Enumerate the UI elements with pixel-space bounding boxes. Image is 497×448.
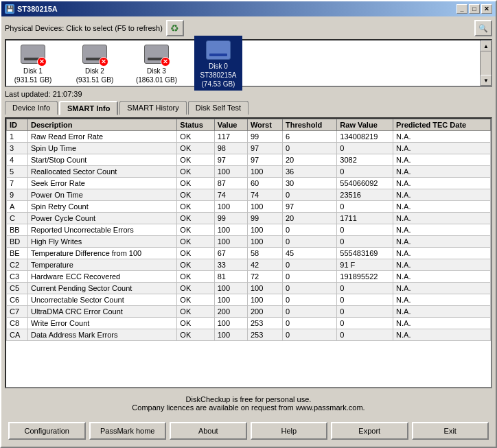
cell-14-5: 0 — [282, 294, 336, 306]
configuration-button[interactable]: Configuration — [8, 422, 86, 440]
disk-item-3[interactable]: ✕ Disk 3(1863.01 GB) — [132, 40, 181, 86]
cell-14-7: N.A. — [393, 294, 491, 306]
cell-6-7: N.A. — [393, 201, 491, 213]
maximize-button[interactable]: □ — [469, 4, 480, 14]
table-row: 1Raw Read Error RateOK117996134008219N.A… — [7, 131, 491, 143]
cell-4-2: OK — [177, 178, 214, 189]
title-bar: 💾 ST380215A _ □ ✕ — [1, 1, 496, 16]
table-scroll[interactable]: ID Description Status Value Worst Thresh… — [6, 119, 491, 387]
table-row: BDHigh Fly WritesOK10010000N.A. — [7, 236, 491, 248]
disk-item-2[interactable]: ✕ Disk 2(931.51 GB) — [71, 40, 119, 86]
tab-smart-history[interactable]: SMART History — [119, 101, 186, 115]
cell-16-2: OK — [177, 318, 214, 329]
refresh-button[interactable]: ♻ — [166, 20, 184, 36]
disk-item-1[interactable]: ✕ Disk 1(931.51 GB) — [9, 40, 57, 86]
bottom-buttons: Configuration PassMark home About Help E… — [5, 418, 492, 443]
col-header-threshold: Threshold — [282, 119, 336, 131]
cell-5-5: 0 — [282, 189, 336, 201]
last-updated: Last updated: 21:07:39 — [5, 90, 492, 98]
scroll-down-button[interactable]: ▼ — [481, 75, 492, 86]
cell-11-0: C2 — [7, 259, 28, 271]
minimize-button[interactable]: _ — [456, 4, 467, 14]
cell-3-5: 36 — [282, 166, 336, 178]
tab-device-info[interactable]: Device Info — [5, 101, 58, 115]
cell-1-4: 97 — [247, 143, 282, 154]
cell-17-5: 0 — [282, 329, 336, 341]
cell-15-2: OK — [177, 306, 214, 318]
physical-devices-bar: Physical Devices: Click to select (F5 to… — [5, 20, 492, 36]
cell-12-7: N.A. — [393, 271, 491, 283]
cell-2-5: 20 — [282, 154, 336, 166]
cell-7-4: 99 — [247, 213, 282, 224]
cell-8-4: 100 — [247, 224, 282, 236]
cell-0-3: 117 — [214, 131, 247, 143]
tab-content: ID Description Status Value Worst Thresh… — [5, 117, 492, 388]
cell-4-3: 87 — [214, 178, 247, 189]
cell-16-3: 100 — [214, 318, 247, 329]
search-button[interactable]: 🔍 — [474, 20, 492, 36]
cell-2-6: 3082 — [337, 154, 393, 166]
window-title: ST380215A — [17, 5, 58, 13]
cell-2-7: N.A. — [393, 154, 491, 166]
cell-3-3: 100 — [214, 166, 247, 178]
export-button[interactable]: Export — [331, 422, 408, 440]
passmark-home-button[interactable]: PassMark home — [89, 422, 167, 440]
table-row: 4Start/Stop CountOK9797203082N.A. — [7, 154, 491, 166]
cell-2-2: OK — [177, 154, 214, 166]
col-header-status: Status — [177, 119, 214, 131]
disk-panel-scrollbar[interactable]: ▲ ▼ — [480, 40, 491, 86]
footer-line1: DiskCheckup is free for personal use. — [9, 395, 488, 403]
table-row: 7Seek Error RateOK876030554066092N.A. — [7, 178, 491, 189]
cell-12-6: 191895522 — [337, 271, 393, 283]
cell-11-1: Temperature — [28, 259, 177, 271]
help-button[interactable]: Help — [251, 422, 328, 440]
about-button[interactable]: About — [170, 422, 247, 440]
cell-0-6: 134008219 — [337, 131, 393, 143]
tabs-row: Device Info SMART Info SMART History Dis… — [5, 101, 492, 115]
cell-13-6: 0 — [337, 283, 393, 294]
cell-14-1: Uncorrectable Sector Count — [28, 294, 177, 306]
scroll-up-button[interactable]: ▲ — [481, 40, 492, 51]
header-row: ID Description Status Value Worst Thresh… — [7, 119, 491, 131]
cell-5-7: N.A. — [393, 189, 491, 201]
close-button[interactable]: ✕ — [481, 4, 492, 14]
cell-14-4: 100 — [247, 294, 282, 306]
cell-14-0: C6 — [7, 294, 28, 306]
physical-devices-label: Physical Devices: Click to select (F5 to… — [5, 24, 163, 32]
tab-disk-self-test[interactable]: Disk Self Test — [188, 101, 248, 115]
table-row: BETemperature Difference from 100OK67584… — [7, 248, 491, 259]
title-buttons: _ □ ✕ — [456, 4, 492, 14]
cell-8-3: 100 — [214, 224, 247, 236]
cell-14-6: 0 — [337, 294, 393, 306]
cell-11-6: 91 F — [337, 259, 393, 271]
cell-16-5: 0 — [282, 318, 336, 329]
cell-8-0: BB — [7, 224, 28, 236]
disk-item-0[interactable]: Disk 0ST380215A(74.53 GB) — [194, 36, 242, 91]
cell-9-4: 100 — [247, 236, 282, 248]
cell-0-4: 99 — [247, 131, 282, 143]
disk-label-3: Disk 3(1863.01 GB) — [136, 67, 177, 84]
cell-9-0: BD — [7, 236, 28, 248]
table-body: 1Raw Read Error RateOK117996134008219N.A… — [7, 131, 491, 341]
smart-table: ID Description Status Value Worst Thresh… — [6, 119, 491, 341]
disk-label-2: Disk 2(931.51 GB) — [76, 67, 113, 84]
cell-1-1: Spin Up Time — [28, 143, 177, 154]
cell-9-5: 0 — [282, 236, 336, 248]
cell-15-3: 200 — [214, 306, 247, 318]
cell-1-6: 0 — [337, 143, 393, 154]
cell-4-0: 7 — [7, 178, 28, 189]
cell-2-0: 4 — [7, 154, 28, 166]
cell-8-5: 0 — [282, 224, 336, 236]
cell-17-7: N.A. — [393, 329, 491, 341]
table-row: C8Write Error CountOK10025300N.A. — [7, 318, 491, 329]
cell-16-7: N.A. — [393, 318, 491, 329]
cell-3-4: 100 — [247, 166, 282, 178]
exit-button[interactable]: Exit — [412, 422, 489, 440]
cell-15-0: C7 — [7, 306, 28, 318]
cell-5-3: 74 — [214, 189, 247, 201]
cell-5-1: Power On Time — [28, 189, 177, 201]
cell-6-5: 97 — [282, 201, 336, 213]
tab-smart-info[interactable]: SMART Info — [59, 101, 118, 115]
table-header: ID Description Status Value Worst Thresh… — [7, 119, 491, 131]
cell-7-5: 20 — [282, 213, 336, 224]
